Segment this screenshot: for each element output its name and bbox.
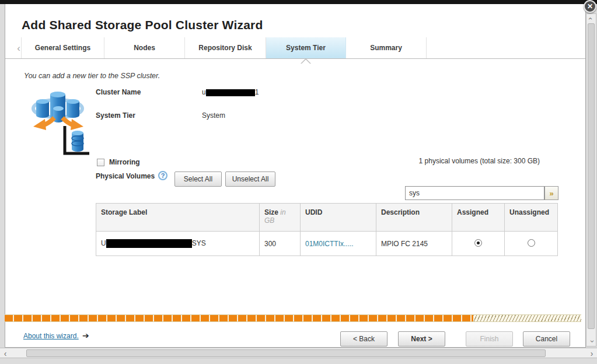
progress-remaining-segment (473, 315, 581, 321)
header-text: Assigned (457, 208, 488, 216)
page: Add Shared Storage Pool Cluster Wizard ‹… (0, 0, 597, 364)
vertical-scrollbar[interactable]: ‹ ‹ (586, 13, 596, 346)
physical-volumes-label: Physical Volumes (96, 172, 155, 180)
about-arrow-icon[interactable]: ➔ (82, 331, 89, 340)
header-text: UDID (305, 208, 322, 216)
unselect-all-button[interactable]: Unselect All (225, 172, 275, 187)
wizard-dialog: Add Shared Storage Pool Cluster Wizard ‹… (5, 4, 586, 348)
header-text: Storage Label (101, 208, 147, 216)
about-wizard-link[interactable]: About this wizard. (23, 332, 79, 340)
filter-input[interactable] (405, 186, 544, 200)
filter-button[interactable]: » (544, 186, 558, 200)
tab-repository-disk[interactable]: Repository Disk (185, 37, 266, 58)
tab-label: Repository Disk (198, 44, 252, 52)
header-text: Size (264, 208, 278, 216)
wizard-hint-text: You can add a new tier to the SSP cluste… (24, 72, 160, 80)
mirroring-checkbox[interactable] (97, 159, 104, 166)
scroll-up-icon[interactable]: ‹ (586, 14, 596, 23)
cancel-button[interactable]: Cancel (523, 331, 570, 346)
table-row: USYS 300 01M0ICTTIx..... MPIO FC 2145 (96, 232, 558, 256)
cluster-name-suffix: 1 (255, 88, 259, 96)
wizard-progress-bar (5, 314, 581, 322)
redaction-bar (206, 89, 255, 96)
col-header-storage-label: Storage Label (96, 204, 260, 232)
udid-link[interactable]: 01M0ICTTIx..... (305, 240, 354, 248)
help-icon[interactable]: ? (158, 171, 167, 180)
volumes-summary-text: 1 physical volumes (total size: 300 GB) (419, 157, 540, 165)
cell-assigned (452, 232, 505, 256)
cluster-name-label: Cluster Name (96, 88, 141, 96)
cluster-name-prefix: u (202, 88, 206, 96)
window-top-border (0, 0, 597, 4)
physical-volumes-table: Storage Label Size in GB UDID Descriptio… (96, 203, 558, 256)
cell-size: 300 (260, 232, 301, 256)
cluster-name-value: u1 (202, 88, 259, 96)
close-icon[interactable]: ✕ (584, 0, 596, 13)
next-button[interactable]: Next > (398, 331, 445, 346)
col-header-size: Size in GB (260, 204, 301, 232)
storage-cluster-icon (29, 88, 97, 156)
cell-storage-label: USYS (96, 232, 260, 256)
scroll-down-icon[interactable]: ‹ (586, 337, 596, 346)
tab-nodes[interactable]: Nodes (104, 37, 185, 58)
tab-general-settings[interactable]: General Settings (21, 37, 104, 58)
wizard-tab-bar: ‹ General Settings Nodes Repository Disk… (5, 37, 585, 59)
horizontal-scrollbar[interactable]: ‹ › (0, 348, 597, 358)
select-all-button[interactable]: Select All (174, 172, 222, 187)
col-header-description: Description (376, 204, 452, 232)
col-header-assigned: Assigned (452, 204, 505, 232)
header-text: Unassigned (509, 208, 549, 216)
unassigned-radio[interactable] (528, 239, 535, 247)
progress-filled-segment (5, 315, 473, 321)
vertical-scrollbar-thumb[interactable] (588, 23, 595, 329)
scroll-left-icon[interactable]: ‹ (1, 348, 9, 358)
assigned-radio[interactable] (474, 239, 482, 247)
cell-description: MPIO FC 2145 (376, 232, 452, 256)
scroll-right-icon[interactable]: › (588, 348, 596, 358)
cell-udid: 01M0ICTTIx..... (301, 232, 376, 256)
horizontal-scrollbar-thumb[interactable] (26, 349, 546, 357)
redaction-bar (106, 239, 192, 248)
back-button[interactable]: < Back (340, 331, 387, 346)
filter-icon: » (549, 189, 553, 198)
tab-summary[interactable]: Summary (346, 37, 427, 58)
storage-label-prefix: U (101, 239, 106, 247)
tab-system-tier[interactable]: System Tier (266, 37, 346, 58)
tab-list: General Settings Nodes Repository Disk S… (21, 37, 427, 58)
storage-label-suffix: SYS (192, 239, 206, 247)
tab-label: General Settings (35, 44, 90, 52)
system-tier-label: System Tier (96, 111, 135, 120)
system-tier-value: System (202, 111, 225, 120)
col-header-unassigned: Unassigned (505, 204, 558, 232)
wizard-title: Add Shared Storage Pool Cluster Wizard (22, 18, 263, 32)
table-header-row: Storage Label Size in GB UDID Descriptio… (96, 204, 558, 232)
header-text: Description (381, 208, 420, 216)
cell-unassigned (505, 232, 558, 256)
tab-label: Nodes (134, 44, 155, 52)
mirroring-label: Mirroring (109, 158, 140, 166)
finish-button: Finish (466, 331, 513, 346)
tab-label: System Tier (286, 44, 326, 52)
tab-label: Summary (370, 44, 402, 52)
col-header-udid: UDID (301, 204, 376, 232)
